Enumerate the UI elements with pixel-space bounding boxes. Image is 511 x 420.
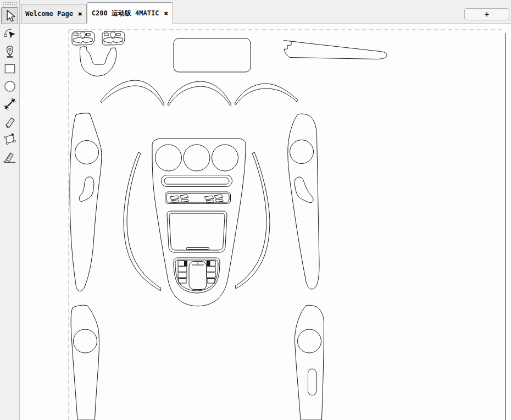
tab-label: Welcome Page	[25, 10, 73, 18]
trim-slot-outer[interactable]	[162, 175, 232, 187]
close-icon[interactable]: ✖	[78, 10, 82, 18]
climate-buttons-left	[170, 195, 189, 203]
climate-buttons-right	[204, 195, 224, 203]
vent-circle-left[interactable]	[155, 145, 182, 171]
tool-ellipse-button[interactable]	[1, 78, 18, 95]
tab-welcome-page[interactable]: Welcome Page ✖	[21, 4, 87, 23]
console-side-strip-right[interactable]	[235, 152, 270, 289]
center-console-cluster[interactable]	[152, 139, 246, 306]
quad-nodes-icon	[3, 132, 17, 146]
page-boundary	[69, 30, 504, 420]
rear-door-panel-left[interactable]	[71, 305, 99, 420]
trim-slot-inner[interactable]	[164, 178, 229, 185]
front-door-panel-left[interactable]	[70, 113, 102, 291]
center-screen-template[interactable]	[174, 38, 251, 72]
app-window: Welcome Page ✖ C200 运动版 4MATIC ✖ +	[0, 0, 511, 420]
pen-nib-icon	[3, 44, 17, 58]
window-switch-panel-right[interactable]	[102, 31, 125, 45]
circle-icon	[3, 79, 17, 93]
tab-bar: Welcome Page ✖ C200 运动版 4MATIC ✖ +	[20, 0, 511, 24]
tab-label: C200 运动版 4MATIC	[92, 9, 159, 18]
steering-column-lower-trim[interactable]	[80, 47, 116, 76]
rear-door-panel-right[interactable]	[295, 305, 324, 420]
vent-crescents[interactable]	[101, 80, 298, 106]
tool-measure-button[interactable]	[1, 148, 18, 165]
drawing-canvas[interactable]	[20, 24, 511, 420]
node-curve-icon	[3, 26, 17, 41]
armrest-lid[interactable]	[167, 211, 227, 252]
tab-c200-document[interactable]: C200 运动版 4MATIC ✖	[87, 2, 173, 24]
front-door-panel-right[interactable]	[288, 114, 319, 289]
tool-node-edit-button[interactable]	[1, 25, 18, 42]
vent-circle-right[interactable]	[212, 145, 238, 171]
tool-select-button[interactable]	[1, 7, 18, 24]
touchpad-surface[interactable]	[189, 262, 207, 290]
knife-icon	[3, 114, 17, 129]
tool-rectangle-button[interactable]	[1, 60, 18, 77]
rectangle-icon	[3, 62, 17, 76]
tool-palette	[0, 0, 20, 420]
vent-circle-center[interactable]	[184, 145, 210, 171]
toolbar-grip[interactable]	[3, 2, 17, 6]
passenger-dash-trim[interactable]	[284, 41, 387, 59]
diagonal-double-arrow-icon	[3, 97, 17, 111]
tool-distort-button[interactable]	[1, 130, 18, 147]
window-switch-panel-left[interactable]	[72, 31, 95, 45]
tool-knife-button[interactable]	[1, 113, 18, 130]
angle-pencil-icon	[3, 150, 17, 164]
tool-pen-button[interactable]	[1, 42, 18, 59]
tool-scale-button[interactable]	[1, 95, 18, 112]
close-icon[interactable]: ✖	[164, 10, 168, 17]
cursor-icon	[3, 9, 17, 23]
touchpad-controller[interactable]	[174, 258, 220, 293]
console-side-strip-left[interactable]	[124, 152, 161, 291]
new-tab-button[interactable]: +	[464, 8, 509, 20]
climate-control-panel[interactable]	[165, 192, 231, 204]
